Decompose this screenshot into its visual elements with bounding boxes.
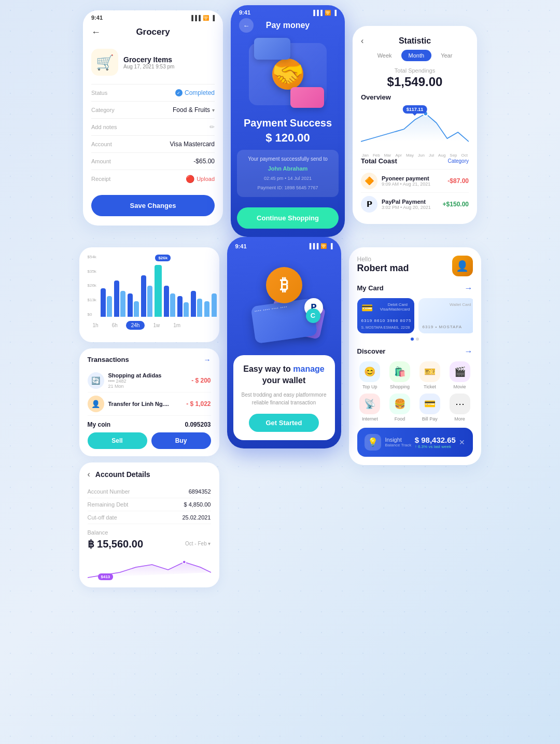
account-number-label: Account Number [88,488,130,495]
user-name: Robert mad [357,263,409,274]
buy-status-bar: 9:41 ▐▐▐ 🛜 ▐ [227,237,341,251]
grocery-title: Grocery [136,27,170,37]
adidas-icon: 🔄 [88,372,104,389]
1w-tab[interactable]: 1w [148,321,165,330]
balance-period-row: ฿ 15,560.00 Oct - Feb ▾ [88,538,211,550]
credit-card-light[interactable]: Wallet Card 6319 • MOSTAFA [418,298,473,333]
insight-close-button[interactable]: ✕ [459,438,465,446]
buy-wifi-icon: 🛜 [320,243,327,249]
adidas-amount: - $ 200 [191,377,211,384]
overview-title: Overview [361,93,469,101]
battery-icon: ▐ [211,15,215,21]
category-value: Food & Fruits ▾ [173,106,215,114]
cutoff-date-field: Cut-off date 25.02.2021 [88,511,211,524]
credit-card-blue[interactable]: Debit Card Visa/Mastercard 💳 6319 8610 3… [357,298,414,333]
discover-shopping[interactable]: 🛍️ Shopping [387,361,413,389]
chart-x-labels: JanFebMarAprMay JunJulAugSepOct [361,153,469,158]
month-tab[interactable]: Month [401,50,432,61]
discover-movie[interactable]: 🎬 Movie [447,361,473,389]
signal-icon: ▐▐▐ [190,15,201,21]
balance-section: Balance ฿ 15,560.00 Oct - Feb ▾ $413 [88,529,211,580]
pyoneer-icon: 🔶 [361,173,377,189]
discover-internet[interactable]: 📡 Internet [357,394,383,422]
grocery-item-icon: 🛒 [91,49,118,76]
insight-bar[interactable]: 💡 Insight Balance Track $ 98,432.65 ↑ 6.… [357,428,473,457]
upload-button[interactable]: 🔴 Upload [186,175,215,183]
discover-billpay[interactable]: 💳 Bill Pay [417,394,443,422]
pay-description: Your payment successfully send to [244,155,331,163]
bar-chart-tooltip: $26k [155,255,171,261]
status-dot-icon: ✓ [175,89,183,96]
card-number-1: 6319 8610 3986 8075 [361,318,412,323]
1h-tab[interactable]: 1h [88,321,104,330]
pay-time: 9:41 [239,9,250,16]
paypal-name: PayPal Payment [382,199,439,205]
sell-button[interactable]: Sell [88,432,147,449]
buy-illustration: ₿ •••• •••• •••• •••• 𝗣 C [227,251,341,355]
6h-tab[interactable]: 6h [107,321,123,330]
week-tab[interactable]: Week [370,50,399,61]
user-avatar: 👤 [452,256,473,276]
total-spendings-amount: $1,549.00 [353,75,477,89]
discover-food[interactable]: 🍔 Food [387,394,413,422]
stat-back-button[interactable]: ‹ [361,36,363,46]
discover-more[interactable]: ⋯ More [447,394,473,422]
transaction-row-adidas: 🔄 Shopping at Adidas •••• 2482 21 Mon - … [88,369,211,392]
24h-tab[interactable]: 24h [126,321,145,330]
edit-icon[interactable]: ✏ [209,123,215,131]
internet-label: Internet [362,416,378,422]
my-card-header: My Card → [357,284,473,293]
buy-title: Easy way to manage your wallet [242,363,327,387]
my-card-title: My Card [357,284,384,292]
stat-status-bar [353,26,477,32]
bar-chart-area: $26k $54k$35k$26k$13k$0 [88,255,211,317]
1m-tab[interactable]: 1m [168,321,186,330]
pay-illustration: ₿ 🤝 [246,40,329,108]
insight-icon: 💡 [365,434,381,451]
amount-label: Amount [91,158,111,164]
status-label: Status [91,90,107,96]
category-field-row[interactable]: Category Food & Fruits ▾ [91,101,215,118]
pay-title: Pay money [266,21,310,30]
receipt-field-row[interactable]: Receipt 🔴 Upload [91,170,215,188]
save-changes-button[interactable]: Save Changes [91,195,215,216]
my-coin-label: My coin [88,421,111,428]
adidas-card: •••• 2482 [108,378,162,384]
coin-buttons: Sell Buy [88,432,211,449]
food-label: Food [395,416,405,422]
pay-float-card-1 [254,38,290,60]
grocery-item-row: 🛒 Grocery Items Aug 17, 2021 9:53 pm [83,44,223,84]
notes-field-row[interactable]: Add notes ✏ [91,118,215,135]
paypal-icon: 𝗣 [361,196,377,213]
buy-white-section: Easy way to manage your wallet Best trod… [233,355,335,440]
transactions-header: Transactions → [88,356,211,364]
buy-button[interactable]: Buy [151,432,211,449]
category-filter-button[interactable]: Category [447,158,469,164]
line-chart: $117.11 JanFebMarAprMay [361,104,469,151]
grocery-fields: Status ✓ Completed Category Food & Fruit… [83,84,223,188]
card-type-1: Debit Card Visa/Mastercard [357,302,410,312]
pay-recipient-link[interactable]: John Abraham [268,165,308,172]
shopping-label: Shopping [390,384,410,389]
pay-money-phone-card: 9:41 ▐▐▐ 🛜 ▐ ← Pay money ₿ 🤝 [231,5,345,237]
balance-label: Balance [88,529,211,536]
discover-arrow-icon[interactable]: → [465,347,473,356]
grocery-back-button[interactable]: ← [91,27,101,38]
my-card-arrow-icon[interactable]: → [465,284,473,293]
pay-back-button[interactable]: ← [239,18,254,33]
year-tab[interactable]: Year [433,50,459,61]
transaction-item-1: 🔶 Pyoneer payment 9:09 AM • Aug 21, 2021… [361,169,469,192]
transfer-avatar: 👤 [88,396,104,412]
more-label: More [454,416,465,422]
get-started-button[interactable]: Get Started [249,414,318,432]
buy-title-line2: your wallet [262,376,306,385]
account-back-button[interactable]: ‹ [88,470,90,479]
transfer-name: Transfer for Linh Ng.... [108,401,169,407]
stat-title: Statistic [399,36,431,46]
discover-topup[interactable]: 😊 Top Up [357,361,383,389]
buy-signal-icon: ▐▐▐ [307,243,318,249]
discover-ticket[interactable]: 🎫 Ticket [417,361,443,389]
discover-header: Discover → [357,347,473,356]
transactions-arrow-icon[interactable]: → [204,356,211,364]
continue-shopping-button[interactable]: Continue Shopping [237,207,339,229]
